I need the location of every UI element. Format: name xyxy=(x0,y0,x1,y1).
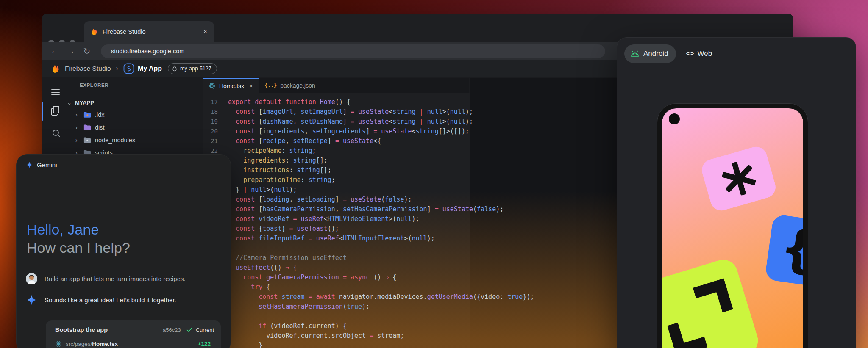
code-line: 18 const [imageUrl, setImageUrl] = useSt… xyxy=(203,108,534,118)
blue-brace-tile: { xyxy=(765,214,803,287)
toggle-web[interactable]: <> Web xyxy=(686,50,712,58)
phone-screen: { xyxy=(662,108,803,348)
tab-close-icon[interactable]: × xyxy=(203,28,207,36)
code-line: 21 const [recipe, setRecipe] = useState<… xyxy=(203,137,534,147)
code-brackets-icon: <> xyxy=(686,50,694,58)
asterisk-icon xyxy=(717,157,761,201)
folder-icon xyxy=(83,111,91,118)
file-tree-item-label: dist xyxy=(95,124,105,131)
code-line: 31 const fileInputRef = useRef<HTMLInput… xyxy=(203,235,534,244)
file-tree-item[interactable]: › node_modules xyxy=(75,135,135,145)
code-line: 26 } | null>(null); xyxy=(203,186,534,196)
code-line: 37 const stream = await navigator.mediaD… xyxy=(203,293,534,303)
device-preview-panel: Android <> Web { xyxy=(617,37,856,348)
editor-tab-home[interactable]: Home.tsx × xyxy=(203,78,259,93)
search-icon[interactable] xyxy=(52,129,61,138)
diff-added-count: +122 xyxy=(198,341,211,347)
code-line: 20 const [ingredients, setIngredients] =… xyxy=(203,127,534,137)
gemini-star-icon xyxy=(26,161,33,168)
react-icon xyxy=(209,83,216,89)
folder-icon xyxy=(83,124,91,131)
check-icon xyxy=(186,326,193,333)
code-line: 32 xyxy=(203,244,534,254)
firebase-flame-icon xyxy=(51,64,61,74)
gemini-title: Gemini xyxy=(37,161,57,168)
code-line: 40 if (videoRef.current) { xyxy=(203,322,534,332)
file-tree-item-label: node_modules xyxy=(95,137,135,144)
code-line: 42 } xyxy=(203,342,534,348)
gemini-greeting: Hello, Jane How can I help? xyxy=(27,221,130,257)
bracket-corner-icon xyxy=(667,316,707,348)
chevron-down-icon: ⌄ xyxy=(67,99,72,106)
file-tree-item-label: .idx xyxy=(95,111,105,118)
editor-tab-bar: Home.tsx × {..} package.json xyxy=(203,78,469,93)
reload-icon[interactable]: ↻ xyxy=(79,46,95,56)
react-icon xyxy=(55,341,62,347)
address-bar[interactable]: studio.firebase.google.com xyxy=(101,44,605,58)
android-icon xyxy=(630,50,640,58)
editor-tab-package-json[interactable]: {..} package.json xyxy=(259,78,321,93)
code-line: 24 instructions: string[]; xyxy=(203,166,534,176)
editor-tab-label: Home.tsx xyxy=(219,83,244,89)
code-line: 38 setHasCameraPermission(true); xyxy=(203,303,534,312)
editor-tab-label: package.json xyxy=(280,82,315,89)
browser-tab-title: Firebase Studio xyxy=(103,28,199,35)
task-card-title: Bootstrap the app xyxy=(55,326,163,333)
prototyper-app-icon[interactable] xyxy=(123,63,134,74)
toggle-android-label: Android xyxy=(643,50,668,58)
workspace-badge[interactable]: my-app-5127 xyxy=(168,63,217,74)
folder-icon xyxy=(83,137,91,144)
code-line: 25 preparationTime: string; xyxy=(203,176,534,186)
file-tree-item[interactable]: › .idx xyxy=(75,110,105,120)
code-line: 19 const [dishName, setDishName] = useSt… xyxy=(203,118,534,127)
url-text: studio.firebase.google.com xyxy=(111,48,184,55)
greeting-question: How can I help? xyxy=(27,239,130,257)
commit-hash: a56c23 xyxy=(163,327,181,333)
forward-icon[interactable]: → xyxy=(63,46,79,56)
android-phone-frame: { xyxy=(657,104,808,348)
file-tree-item[interactable]: › dist xyxy=(75,122,105,133)
chevron-right-icon: › xyxy=(75,111,80,118)
code-line: 17export default function Home() { xyxy=(203,98,534,108)
code-line: 33 //Camera Permission useEffect xyxy=(203,254,534,264)
workspace-badge-label: my-app-5127 xyxy=(180,66,211,72)
user-avatar xyxy=(26,273,37,284)
breadcrumb-separator: › xyxy=(116,65,118,72)
code-line: 22 recipeName: string; xyxy=(203,147,534,157)
toggle-android[interactable]: Android xyxy=(624,44,676,63)
explorer-files-icon[interactable] xyxy=(50,105,61,116)
code-line: 23 ingredients: string[]; xyxy=(203,157,534,166)
code-line: 39 xyxy=(203,312,534,322)
bootstrap-task-card[interactable]: Bootstrap the app a56c23 Current src/pag… xyxy=(46,320,221,348)
user-message-text: Build an app that lets me turn images in… xyxy=(45,275,186,282)
gemini-panel: Gemini Hello, Jane How can I help? Build… xyxy=(16,154,231,348)
code-line: 29 const videoRef = useRef<HTMLVideoElem… xyxy=(203,215,534,225)
droplet-icon xyxy=(172,65,178,72)
pink-asterisk-tile xyxy=(699,144,778,213)
chat-message-gemini: Sounds like a great idea! Let’s build it… xyxy=(26,294,176,306)
code-line: 36 try { xyxy=(203,283,534,293)
brand-title[interactable]: Firebase Studio xyxy=(65,65,111,72)
tab-close-icon[interactable]: × xyxy=(249,83,253,89)
file-tree-root[interactable]: ⌄ MYAPP xyxy=(67,99,94,106)
camera-punch-hole xyxy=(669,113,680,124)
chat-message-user: Build an app that lets me turn images in… xyxy=(26,273,186,284)
stage: Firebase Studio × ← → ↻ studio.firebase.… xyxy=(0,0,868,348)
menu-icon[interactable] xyxy=(51,88,60,97)
active-view-indicator xyxy=(42,102,43,121)
code-line: 27 const [loading, setLoading] = useStat… xyxy=(203,196,534,205)
root-folder-label: MYAPP xyxy=(75,99,94,106)
code-line: 30 const {toast} = useToast(); xyxy=(203,225,534,235)
browser-tab[interactable]: Firebase Studio × xyxy=(84,21,214,42)
toggle-web-label: Web xyxy=(697,50,712,58)
chevron-right-icon: › xyxy=(75,137,80,144)
bracket-corner-icon xyxy=(693,279,733,319)
back-icon[interactable]: ← xyxy=(47,46,63,56)
code-line: 34 useEffect(() ⇒ { xyxy=(203,264,534,273)
code-line: 28 const [hasCameraPermission, setHasCam… xyxy=(203,205,534,215)
code-editor[interactable]: 17export default function Home() {18 con… xyxy=(203,98,534,348)
chevron-right-icon: › xyxy=(75,124,80,131)
code-line: 35 const getCameraPermission = async () … xyxy=(203,273,534,283)
app-name[interactable]: My App xyxy=(138,65,162,72)
changed-file-path: src/pages/Home.tsx xyxy=(66,341,194,347)
